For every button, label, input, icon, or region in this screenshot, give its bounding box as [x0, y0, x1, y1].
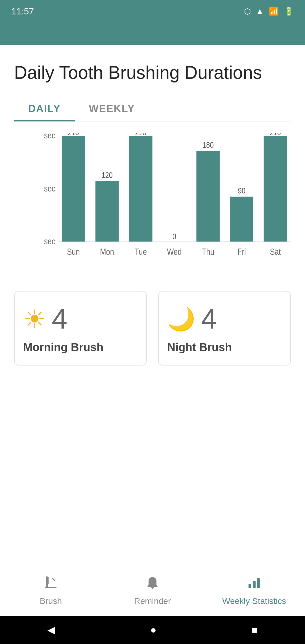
svg-rect-24 [45, 587, 56, 588]
morning-card-top: ☀ 4 [23, 303, 67, 335]
night-label: Night Brush [167, 341, 232, 354]
moon-icon: 🌙 [167, 306, 195, 332]
night-brush-card: 🌙 4 Night Brush [158, 291, 291, 365]
svg-rect-29 [257, 578, 260, 588]
svg-text:200 sec: 200 sec [42, 133, 55, 140]
svg-text:Mon: Mon [100, 247, 114, 256]
bar-sat [264, 136, 287, 242]
svg-point-26 [151, 587, 154, 589]
home-button[interactable]: ● [150, 624, 156, 636]
reminder-nav-label: Reminder [134, 596, 171, 606]
svg-rect-28 [253, 581, 256, 588]
svg-rect-25 [52, 578, 55, 581]
bar-tue [129, 136, 152, 242]
svg-text:210: 210 [270, 133, 281, 137]
night-card-top: 🌙 4 [167, 303, 217, 335]
nav-brush[interactable]: Brush [0, 575, 102, 606]
morning-label: Morning Brush [23, 341, 103, 354]
svg-text:180: 180 [202, 140, 214, 150]
stats-cards: ☀ 4 Morning Brush 🌙 4 Night Brush [14, 291, 291, 365]
tab-weekly[interactable]: WEEKLY [75, 97, 149, 121]
nav-weekly-stats[interactable]: Weekly Statistics [203, 575, 305, 606]
bar-thu [196, 151, 220, 242]
svg-text:Wed: Wed [167, 247, 182, 256]
svg-text:210: 210 [135, 133, 146, 137]
status-time: 11:57 [11, 6, 34, 17]
svg-text:120: 120 [101, 171, 113, 180]
sun-icon: ☀ [23, 304, 46, 334]
gesture-bar: ◀ ● ■ [0, 616, 305, 644]
bar-mon [95, 181, 119, 242]
svg-text:0 sec: 0 sec [42, 236, 55, 246]
page-title: Daily Tooth Brushing Durations [14, 62, 291, 83]
status-extra-icon: ⬡ [244, 7, 251, 16]
bar-sun [62, 136, 85, 242]
svg-text:Tue: Tue [135, 247, 147, 256]
svg-text:0: 0 [173, 232, 176, 241]
svg-rect-22 [46, 576, 49, 584]
tab-daily[interactable]: DAILY [14, 97, 75, 121]
battery-icon: 🔋 [284, 7, 294, 16]
main-content: Daily Tooth Brushing Durations DAILY WEE… [0, 45, 305, 565]
wifi-icon: ▲ [256, 7, 264, 16]
brush-nav-icon [43, 575, 58, 593]
back-button[interactable]: ◀ [47, 624, 55, 636]
svg-text:90: 90 [238, 186, 245, 195]
night-count: 4 [201, 303, 217, 335]
brush-nav-label: Brush [40, 596, 62, 606]
svg-text:Thu: Thu [202, 247, 214, 256]
svg-text:Fri: Fri [238, 247, 246, 256]
svg-rect-27 [249, 584, 251, 588]
tab-bar: DAILY WEEKLY [14, 97, 291, 121]
svg-text:100 sec: 100 sec [42, 183, 55, 193]
morning-count: 4 [52, 303, 67, 335]
svg-text:Sun: Sun [67, 247, 80, 256]
morning-brush-card: ☀ 4 Morning Brush [14, 291, 147, 365]
chart-svg: 200 sec 100 sec 0 sec 210 Sun 120 Mon 21… [42, 133, 291, 274]
chart-nav-icon [247, 575, 262, 593]
nav-reminder[interactable]: Reminder [102, 575, 203, 606]
status-bar: 11:57 ⬡ ▲ 📶 🔋 [0, 0, 305, 23]
bar-chart: 200 sec 100 sec 0 sec 210 Sun 120 Mon 21… [14, 133, 291, 274]
status-icons: ⬡ ▲ 📶 🔋 [244, 7, 294, 16]
svg-text:Sat: Sat [270, 247, 281, 256]
recents-button[interactable]: ■ [251, 624, 258, 636]
bottom-nav: Brush Reminder Weekly Statistics [0, 565, 305, 616]
weekly-stats-nav-label: Weekly Statistics [222, 596, 286, 606]
svg-text:210: 210 [68, 133, 79, 137]
signal-icon: 📶 [269, 7, 279, 16]
bar-fri [230, 197, 254, 242]
bell-nav-icon [145, 575, 160, 593]
header-area [0, 23, 305, 45]
